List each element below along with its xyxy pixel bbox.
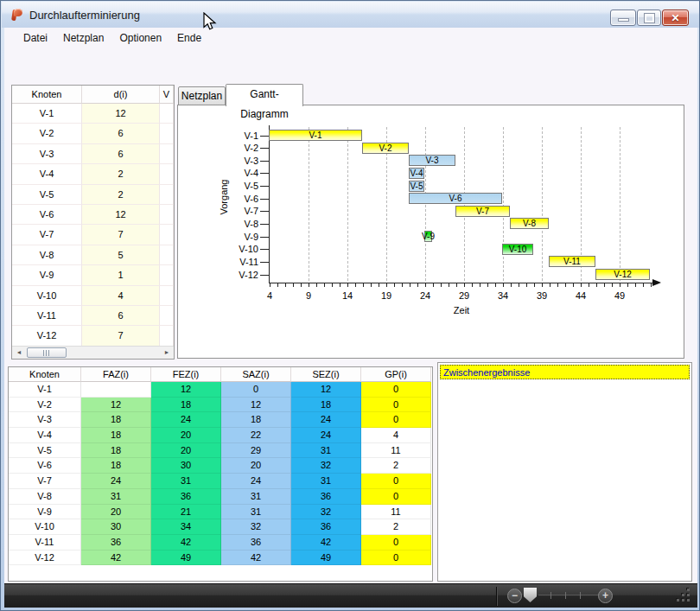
sez-cell[interactable]: 32 (291, 505, 361, 520)
knoten-cell[interactable]: V-5 (9, 443, 81, 459)
node-cell[interactable]: V-3 (12, 144, 82, 164)
fez-cell[interactable]: 20 (151, 428, 221, 443)
results-panel[interactable]: Zwischenergebnisse (437, 362, 692, 582)
gantt-bar-v-5[interactable]: V-5 (409, 181, 424, 192)
faz-cell[interactable]: 36 (81, 535, 151, 551)
fez-cell[interactable]: 21 (151, 505, 221, 520)
fez-cell[interactable]: 36 (151, 489, 221, 505)
saz-cell[interactable]: 22 (221, 428, 291, 443)
gp-cell[interactable]: 2 (361, 458, 431, 474)
v-cell[interactable] (160, 306, 174, 326)
fez-cell[interactable]: 12 (151, 382, 221, 398)
node-cell[interactable]: V-8 (12, 245, 82, 265)
gantt-bar-v-6[interactable]: V-6 (409, 193, 502, 204)
gp-cell[interactable]: 0 (361, 535, 431, 551)
v-cell[interactable] (160, 185, 174, 205)
faz-cell[interactable]: 31 (81, 489, 151, 505)
zoom-slider-thumb[interactable] (524, 588, 537, 602)
minimize-button[interactable] (610, 10, 636, 26)
node-cell[interactable]: V-1 (12, 104, 82, 124)
gp-cell[interactable]: 2 (361, 519, 431, 535)
gantt-bar-v-11[interactable]: V-11 (549, 256, 595, 267)
resize-grip[interactable] (671, 589, 692, 604)
faz-cell[interactable]: 18 (81, 443, 151, 459)
gantt-bar-v-1[interactable]: V-1 (269, 130, 362, 141)
saz-cell[interactable]: 20 (221, 458, 291, 474)
duration-cell[interactable]: 7 (82, 326, 160, 346)
scroll-left-icon[interactable]: ◄ (12, 347, 26, 359)
fez-cell[interactable]: 30 (151, 458, 221, 474)
faz-cell[interactable]: 18 (81, 428, 151, 443)
gp-cell[interactable]: 0 (361, 474, 431, 489)
faz-cell[interactable]: 18 (81, 412, 151, 428)
faz-cell[interactable] (81, 382, 151, 398)
fez-cell[interactable]: 34 (151, 519, 221, 535)
saz-cell[interactable]: 24 (221, 474, 291, 489)
knoten-cell[interactable]: V-2 (9, 398, 81, 413)
v-cell[interactable] (160, 164, 174, 184)
gp-cell[interactable]: 11 (361, 443, 431, 459)
knoten-cell[interactable]: V-12 (9, 551, 81, 566)
duration-cell[interactable]: 1 (82, 265, 160, 285)
gp-cell[interactable]: 0 (361, 551, 431, 566)
maximize-button[interactable] (637, 10, 661, 26)
duration-cell[interactable]: 7 (82, 225, 160, 245)
zoom-in-button[interactable]: + (598, 589, 613, 603)
sez-cell[interactable]: 24 (291, 428, 361, 443)
node-cell[interactable]: V-6 (12, 205, 82, 225)
duration-cell[interactable]: 6 (82, 124, 160, 143)
knoten-cell[interactable]: V-10 (9, 519, 81, 535)
node-cell[interactable]: V-11 (12, 306, 82, 326)
v-cell[interactable] (160, 286, 174, 306)
saz-cell[interactable]: 12 (221, 398, 291, 413)
gp-cell[interactable]: 11 (361, 505, 431, 520)
fez-cell[interactable]: 49 (151, 551, 221, 566)
gantt-bar-v-7[interactable]: V-7 (455, 206, 510, 217)
fez-cell[interactable]: 31 (151, 474, 221, 489)
duration-cell[interactable]: 2 (82, 164, 160, 184)
v-cell[interactable] (160, 144, 174, 164)
faz-cell[interactable]: 12 (81, 398, 151, 413)
duration-cell[interactable]: 12 (82, 104, 160, 124)
v-cell[interactable] (160, 245, 174, 265)
faz-cell[interactable]: 20 (81, 505, 151, 520)
knoten-cell[interactable]: V-3 (9, 412, 81, 428)
duration-cell[interactable]: 5 (82, 245, 160, 265)
saz-cell[interactable]: 32 (221, 519, 291, 535)
v-cell[interactable] (160, 124, 174, 143)
saz-cell[interactable]: 29 (221, 443, 291, 459)
knoten-cell[interactable]: V-6 (9, 458, 81, 474)
sez-cell[interactable]: 36 (291, 519, 361, 535)
fez-cell[interactable]: 18 (151, 398, 221, 413)
menu-item-optionen[interactable]: Optionen (111, 28, 169, 48)
close-button[interactable]: ✕ (662, 10, 689, 26)
node-cell[interactable]: V-10 (12, 286, 82, 306)
gantt-bar-v-2[interactable]: V-2 (362, 143, 409, 154)
saz-cell[interactable]: 31 (221, 505, 291, 520)
sez-cell[interactable]: 12 (291, 382, 361, 398)
gp-cell[interactable]: 0 (361, 412, 431, 428)
saz-cell[interactable]: 18 (221, 412, 291, 428)
tab-gantt-diagramm[interactable]: Gantt-Diagramm (226, 84, 303, 106)
duration-cell[interactable]: 2 (82, 185, 160, 205)
gantt-bar-v-8[interactable]: V-8 (510, 218, 549, 229)
gp-cell[interactable]: 0 (361, 382, 431, 398)
v-cell[interactable] (160, 104, 174, 124)
faz-cell[interactable]: 18 (81, 458, 151, 474)
node-cell[interactable]: V-5 (12, 185, 82, 205)
node-cell[interactable]: V-2 (12, 124, 82, 143)
duration-cell[interactable]: 12 (82, 205, 160, 225)
node-cell[interactable]: V-12 (12, 326, 82, 346)
v-cell[interactable] (160, 225, 174, 245)
sez-cell[interactable]: 32 (291, 458, 361, 474)
node-cell[interactable]: V-9 (12, 265, 82, 285)
saz-cell[interactable]: 0 (221, 382, 291, 398)
gantt-bar-v-3[interactable]: V-3 (409, 155, 455, 166)
node-cell[interactable]: V-7 (12, 225, 82, 245)
node-cell[interactable]: V-4 (12, 164, 82, 184)
duration-cell[interactable]: 4 (82, 286, 160, 306)
faz-cell[interactable]: 24 (81, 474, 151, 489)
fez-cell[interactable]: 42 (151, 535, 221, 551)
duration-cell[interactable]: 6 (82, 306, 160, 326)
sez-cell[interactable]: 18 (291, 398, 361, 413)
